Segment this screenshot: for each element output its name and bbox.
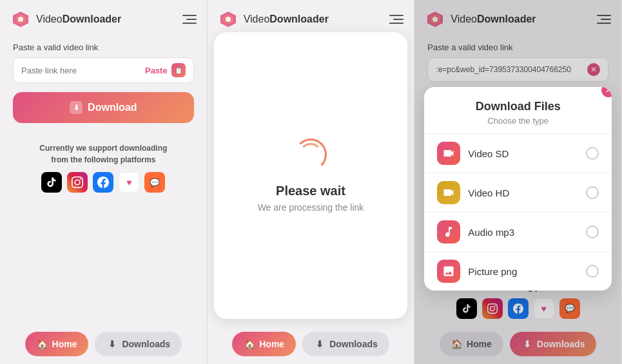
clipboard-icon-1: 📋	[171, 63, 186, 77]
tiktok-icon-1	[41, 172, 62, 193]
dialog-option-audio[interactable]: Audio mp3	[424, 212, 612, 251]
picture-radio[interactable]	[586, 265, 599, 278]
video-hd-label: Video HD	[468, 187, 578, 198]
panel-1: VideoDownloader Paste a valid video link…	[0, 0, 208, 364]
download-button-1[interactable]: ⬇ Download	[13, 92, 194, 123]
loading-title: Please wait	[276, 184, 345, 198]
loading-subtitle: We are processing the link	[258, 202, 364, 213]
home-icon-1: 🏠	[37, 338, 48, 350]
content-1: Paste a valid video link Paste 📋 ⬇ Downl…	[0, 36, 207, 324]
section-title-1: Paste a valid video link	[13, 43, 194, 52]
svg-point-5	[226, 17, 231, 22]
link-input-1[interactable]	[21, 66, 141, 75]
logo-2: VideoDownloader	[218, 9, 329, 30]
audio-radio[interactable]	[586, 225, 599, 238]
video-sd-label: Video SD	[468, 148, 578, 159]
dialog-title: Download Files	[437, 100, 599, 113]
bottom-nav-2: 🏠 Home ⬇ Downloads	[208, 324, 414, 364]
download-icon-1: ⬇	[70, 101, 83, 114]
dialog-header: Download Files Choose the type	[424, 87, 612, 133]
other-icon-1: 💬	[144, 172, 165, 193]
bottom-nav-1: 🏠 Home ⬇ Downloads	[0, 324, 207, 364]
panel-3: VideoDownloader Paste a valid video link…	[414, 0, 622, 364]
menu-button-1[interactable]	[182, 15, 197, 24]
video-hd-icon	[437, 181, 460, 204]
support-text-1: Currently we support downloading from th…	[13, 142, 194, 166]
dialog-option-video-hd[interactable]: Video HD	[424, 173, 612, 212]
dialog-subtitle: Choose the type	[437, 116, 599, 126]
platform-icons-1: ♥ 💬	[13, 172, 194, 193]
video-sd-icon	[437, 142, 460, 165]
logo-text-1: VideoDownloader	[36, 14, 121, 25]
header-2: VideoDownloader	[208, 0, 414, 36]
svg-point-2	[18, 17, 23, 22]
dialog-option-picture[interactable]: Picture png	[424, 251, 612, 291]
logo-icon-1	[10, 9, 31, 30]
home-nav-1[interactable]: 🏠 Home	[25, 332, 89, 356]
audio-icon	[437, 220, 460, 244]
panel-2: VideoDownloader Paste a valid video link…	[208, 0, 415, 364]
download-nav-icon-1: ⬇	[106, 338, 118, 350]
facebook-icon-1	[93, 172, 113, 193]
downloads-nav-2[interactable]: ⬇ Downloads	[302, 332, 389, 356]
paste-button-1[interactable]: Paste	[145, 66, 168, 75]
input-row-1: Paste 📋	[13, 57, 194, 83]
logo-text-2: VideoDownloader	[244, 14, 329, 25]
home-nav-2[interactable]: 🏠 Home	[232, 332, 296, 356]
loading-overlay: Please wait We are processing the link	[214, 32, 408, 319]
home-icon-2: 🏠	[244, 338, 255, 350]
video-sd-radio[interactable]	[586, 147, 599, 160]
logo-1: VideoDownloader	[10, 9, 121, 30]
picture-icon	[437, 260, 460, 283]
download-nav-icon-2: ⬇	[314, 338, 326, 350]
instagram-icon-1	[67, 172, 88, 193]
audio-label: Audio mp3	[468, 227, 578, 238]
logo-icon-2	[218, 9, 238, 30]
likee-icon-1: ♥	[119, 172, 139, 193]
picture-label: Picture png	[468, 266, 578, 277]
header-1: VideoDownloader	[0, 0, 207, 36]
dialog-option-video-sd[interactable]: Video SD	[424, 133, 612, 173]
video-hd-radio[interactable]	[586, 186, 599, 199]
download-dialog: ✕ Download Files Choose the type Video S…	[424, 87, 612, 291]
loading-spinner	[295, 139, 327, 171]
downloads-nav-1[interactable]: ⬇ Downloads	[95, 332, 182, 356]
menu-button-2[interactable]	[389, 15, 403, 24]
support-section-1: Currently we support downloading from th…	[13, 142, 194, 193]
